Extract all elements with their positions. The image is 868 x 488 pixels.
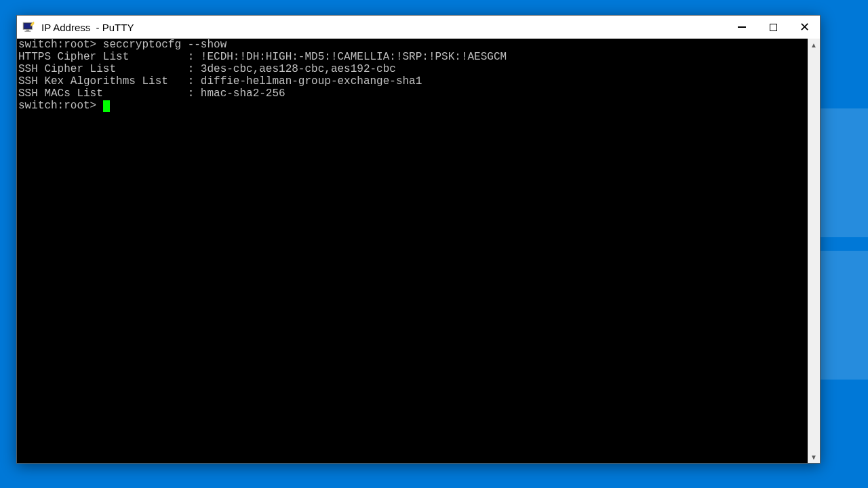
svg-rect-2 <box>26 29 30 30</box>
putty-window: IP Address - PuTTY ✕ switch:root> seccry… <box>16 15 821 464</box>
terminal-cursor <box>103 100 110 112</box>
terminal-line: SSH MACs List : hmac-sha2-256 <box>18 87 808 100</box>
terminal-line: switch:root> seccryptocfg --show <box>18 39 808 51</box>
terminal-line: HTTPS Cipher List : !ECDH:!DH:HIGH:-MD5:… <box>18 51 808 63</box>
maximize-icon <box>770 24 777 31</box>
close-button[interactable]: ✕ <box>789 16 820 39</box>
window-titlebar[interactable]: IP Address - PuTTY ✕ <box>17 16 820 39</box>
window-title: IP Address - PuTTY <box>41 22 134 33</box>
svg-rect-3 <box>24 31 31 32</box>
terminal-area: switch:root> seccryptocfg --showHTTPS Ci… <box>17 39 820 463</box>
svg-rect-1 <box>24 23 31 28</box>
terminal-prompt-line: switch:root> <box>18 100 808 112</box>
window-controls: ✕ <box>726 16 820 39</box>
terminal-line: SSH Kex Algorithms List : diffie-hellman… <box>18 75 808 87</box>
maximize-button[interactable] <box>757 16 789 39</box>
terminal-output[interactable]: switch:root> seccryptocfg --showHTTPS Ci… <box>17 39 808 463</box>
scroll-down-arrow[interactable]: ▼ <box>808 451 820 463</box>
minimize-icon <box>738 26 746 28</box>
terminal-line: SSH Cipher List : 3des-cbc,aes128-cbc,ae… <box>18 63 808 75</box>
close-icon: ✕ <box>800 21 810 33</box>
scrollbar-track[interactable] <box>808 51 820 451</box>
minimize-button[interactable] <box>726 16 757 39</box>
scroll-up-arrow[interactable]: ▲ <box>808 39 820 51</box>
putty-app-icon <box>22 21 35 33</box>
vertical-scrollbar[interactable]: ▲ ▼ <box>808 39 820 463</box>
